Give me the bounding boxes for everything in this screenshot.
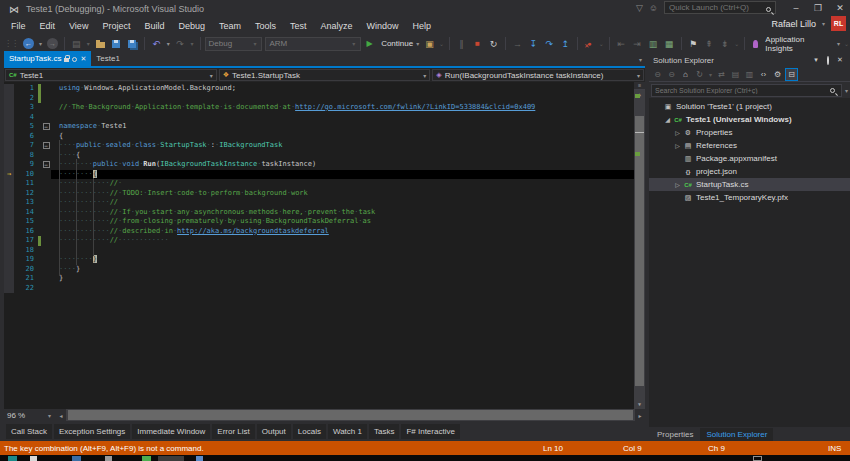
outlining-margin[interactable]: −: [41, 122, 51, 132]
taskbar-app-icon[interactable]: [196, 456, 203, 461]
tool-tab-watch-1[interactable]: Watch 1: [328, 424, 367, 439]
signed-in-user[interactable]: Rafael Lillo: [771, 19, 816, 29]
zoom-dropdown[interactable]: 96 %▾: [4, 409, 56, 421]
menu-help[interactable]: Help: [406, 19, 439, 33]
user-avatar[interactable]: RL: [831, 16, 846, 31]
notifications-funnel-icon[interactable]: ▽: [636, 3, 643, 13]
editor-vertical-scrollbar[interactable]: ≡ ▲ ▼: [634, 82, 645, 409]
outlining-margin[interactable]: −: [41, 160, 51, 170]
expander-closed-icon[interactable]: ▷: [673, 181, 682, 188]
se-back-icon[interactable]: ⊖: [651, 68, 664, 81]
menu-build[interactable]: Build: [137, 19, 171, 33]
restore-button[interactable]: ❐: [810, 3, 826, 13]
breakpoint-margin[interactable]: [4, 160, 14, 170]
window-position-caret-icon[interactable]: ▾: [810, 56, 822, 64]
breakpoint-margin[interactable]: [4, 246, 14, 256]
menu-file[interactable]: File: [4, 19, 33, 33]
breakpoint-margin[interactable]: [4, 132, 14, 142]
show-next-statement-icon[interactable]: →: [510, 36, 525, 51]
member-dropdown[interactable]: ◈ Run(IBackgroundTaskInstance taskInstan…: [432, 69, 644, 81]
breakpoints-overflow-icon[interactable]: ⌄: [598, 40, 605, 47]
taskbar-active-app[interactable]: [158, 456, 184, 461]
tool-tab-f-interactive[interactable]: F# Interactive: [401, 424, 459, 439]
tool-tab-locals[interactable]: Locals: [293, 424, 326, 439]
solution-explorer-search-input[interactable]: [651, 84, 842, 97]
show-threads-icon[interactable]: ▣: [422, 36, 437, 51]
menu-debug[interactable]: Debug: [171, 19, 212, 33]
comment-icon[interactable]: ▥: [646, 36, 661, 51]
menu-test[interactable]: Test: [283, 19, 314, 33]
toolbar-grip[interactable]: ⋮⋮: [4, 39, 18, 48]
tree-item-teste1-temporarykey-pfx[interactable]: ▨Teste1_TemporaryKey.pfx: [649, 191, 850, 204]
taskbar-app-icon[interactable]: [105, 456, 112, 461]
close-button[interactable]: ✕: [832, 3, 848, 13]
uncomment-icon[interactable]: ▦: [662, 36, 677, 51]
save-icon[interactable]: [109, 36, 124, 51]
taskbar-app-icon[interactable]: [30, 456, 37, 461]
panel-tab-properties[interactable]: Properties: [651, 428, 699, 441]
breakpoint-margin[interactable]: [4, 141, 14, 151]
scroll-down-icon[interactable]: ▼: [634, 400, 645, 409]
se-home-icon[interactable]: ⌂: [679, 68, 692, 81]
breakpoint-margin[interactable]: [4, 265, 14, 275]
breakpoint-margin[interactable]: [4, 179, 14, 189]
user-menu-caret-icon[interactable]: ▾: [820, 20, 827, 27]
editor-splitter-handle[interactable]: ≡: [634, 82, 645, 90]
continue-button[interactable]: Continue: [381, 39, 413, 48]
scroll-left-icon[interactable]: ◂: [56, 412, 66, 419]
breakpoint-margin[interactable]: [4, 113, 14, 123]
tool-tab-error-list[interactable]: Error List: [212, 424, 254, 439]
stop-debugging-icon[interactable]: ■: [470, 36, 485, 51]
se-sync-icon[interactable]: ⇄: [715, 68, 728, 81]
undo-caret-icon[interactable]: ▾: [165, 40, 172, 47]
active-files-dropdown-icon[interactable]: ▾: [639, 56, 642, 63]
application-insights-overflow-icon[interactable]: ⌄: [843, 40, 850, 47]
breakpoint-margin[interactable]: [4, 151, 14, 161]
breakpoint-margin[interactable]: [4, 227, 14, 237]
tree-item-references[interactable]: ▷▤References: [649, 139, 850, 152]
breakpoint-margin[interactable]: [4, 217, 14, 227]
document-tab-teste1[interactable]: Teste1: [91, 51, 125, 66]
solution-configurations-dropdown[interactable]: Debug▾: [205, 37, 263, 51]
menu-edit[interactable]: Edit: [33, 19, 63, 33]
break-all-icon[interactable]: ∥: [454, 36, 469, 51]
application-insights-button[interactable]: Application Insights: [765, 35, 834, 53]
redo-caret-icon[interactable]: ▾: [189, 40, 196, 47]
se-search-caret-icon[interactable]: ▾: [845, 87, 848, 94]
bookmark-icon[interactable]: ⚑: [686, 36, 701, 51]
step-into-icon[interactable]: ↧: [526, 36, 541, 51]
menu-tools[interactable]: Tools: [248, 19, 283, 33]
minimize-button[interactable]: –: [788, 3, 804, 13]
step-over-icon[interactable]: ↷: [542, 36, 557, 51]
se-filter-icon[interactable]: ↻: [693, 68, 706, 81]
panel-close-icon[interactable]: ✕: [834, 56, 846, 64]
toolbar-overflow-icon[interactable]: ⌄: [438, 40, 445, 47]
editor-horizontal-scrollbar[interactable]: [66, 409, 635, 421]
breakpoint-margin[interactable]: [4, 122, 14, 132]
solution-platforms-dropdown[interactable]: ARM▾: [265, 37, 361, 51]
breakpoint-margin[interactable]: [4, 208, 14, 218]
breakpoints-disable-icon[interactable]: [582, 36, 597, 51]
se-preview-icon[interactable]: ▥: [743, 68, 756, 81]
new-project-icon[interactable]: ▤: [69, 36, 84, 51]
quick-launch-input[interactable]: [664, 1, 776, 14]
taskbar-app-icon[interactable]: [142, 456, 151, 461]
breakpoint-margin[interactable]: [4, 94, 14, 104]
navigate-back-context-icon[interactable]: ⇤: [614, 36, 629, 51]
navigate-backward-icon[interactable]: ←: [21, 36, 36, 51]
step-out-icon[interactable]: ↥: [558, 36, 573, 51]
redo-icon[interactable]: ↷: [173, 36, 188, 51]
auto-hide-pin-icon[interactable]: [822, 57, 834, 64]
document-tab-startuptask-cs[interactable]: StartupTask.cs✕: [4, 51, 91, 66]
expander-closed-icon[interactable]: ▷: [673, 142, 682, 149]
send-feedback-icon[interactable]: ☺: [649, 3, 658, 13]
project-dropdown[interactable]: C# Teste1 ▾: [5, 69, 217, 81]
new-project-caret-icon[interactable]: ▾: [85, 40, 92, 47]
panel-tab-solution-explorer[interactable]: Solution Explorer: [700, 428, 773, 441]
tree-item-solution-teste1-1-project-[interactable]: ▣Solution 'Teste1' (1 project): [649, 100, 850, 113]
tab-close-icon[interactable]: ✕: [80, 55, 86, 63]
application-insights-caret-icon[interactable]: ▾: [835, 40, 842, 47]
open-file-icon[interactable]: [93, 36, 108, 51]
bookmark-overflow-icon[interactable]: ⌄: [733, 40, 740, 47]
breakpoint-margin[interactable]: [4, 103, 14, 113]
